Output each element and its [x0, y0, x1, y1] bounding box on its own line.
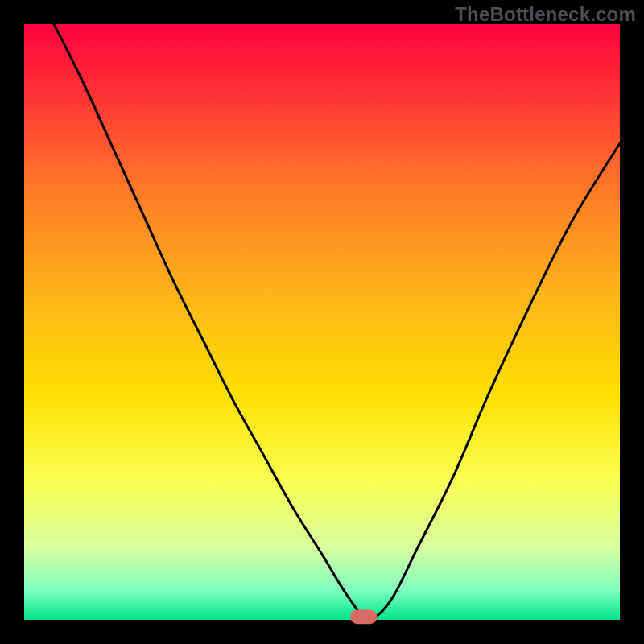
plot-background — [24, 24, 620, 620]
frame-left — [0, 0, 24, 644]
frame-right — [620, 0, 644, 644]
bottleneck-chart — [0, 0, 644, 644]
frame-bottom — [0, 620, 644, 644]
watermark-text: TheBottleneck.com — [455, 3, 636, 26]
chart-frame: TheBottleneck.com — [0, 0, 644, 644]
minimum-marker — [350, 609, 377, 624]
